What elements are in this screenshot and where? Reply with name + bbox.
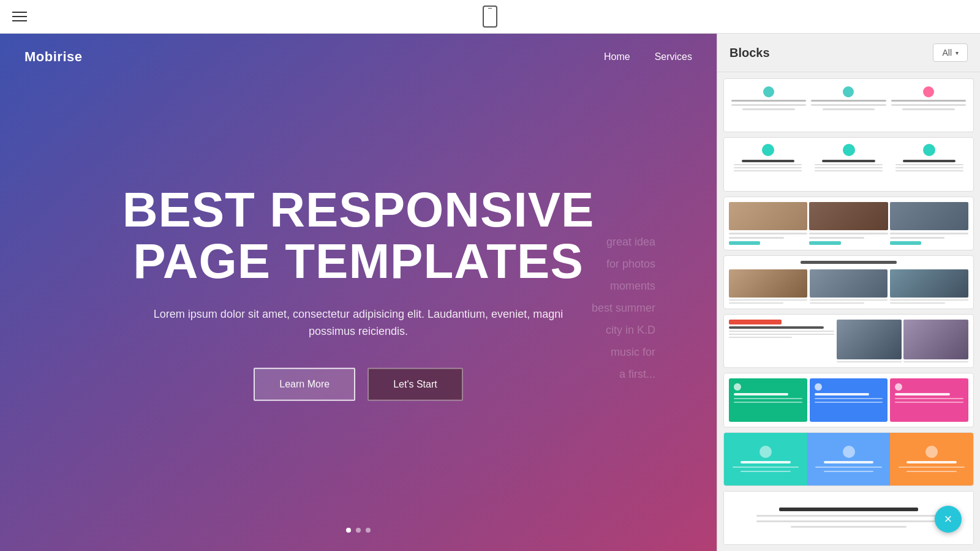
hero-buttons: Learn More Let's Start [83,368,634,401]
f2-line [895,167,963,168]
news-img-1 [837,320,902,359]
block-thumbnail-colored-boxes[interactable] [723,432,974,486]
text-line [731,100,806,102]
f2-title [742,160,795,162]
feature-icon-2 [843,86,854,97]
feature-col-2 [811,86,886,110]
news-img-col-2 [903,320,968,362]
f2-title [822,160,875,162]
f2-icon-2 [843,144,855,156]
promo-line [756,515,941,517]
box-icon [925,446,938,458]
carousel-dot-2[interactable] [356,528,361,533]
blog-text [729,302,783,304]
block-preview [724,197,973,250]
box-text [907,471,956,472]
promo-line [791,526,907,528]
text-line [811,104,886,106]
photo-item-1 [729,202,807,245]
svc-line [815,402,883,403]
blog-img-2 [810,269,888,298]
hero-subtitle: Lorem ipsum dolor sit amet, consectetur … [144,305,573,340]
learn-more-button[interactable]: Learn More [254,368,355,401]
news-badge [729,320,782,324]
news-line [729,337,792,338]
svc-col-blue [810,378,888,421]
f2-title [903,160,956,162]
svc-line [734,402,802,403]
svc-col-green [729,378,807,421]
carousel-dot-3[interactable] [366,528,371,533]
svc-line [815,398,883,399]
f2-line [815,170,883,171]
text-line [823,108,875,110]
text-line [891,104,966,106]
photo-item-2 [809,202,888,245]
box-text [824,471,873,472]
box-col-orange [890,433,973,485]
hamburger-menu[interactable] [12,12,27,21]
nav-services[interactable]: Services [655,51,692,62]
news-img-2 [903,320,968,359]
svc-line [895,402,963,403]
text-line [731,104,806,106]
hero-section: great ideafor photosmomentsbest summerci… [0,34,717,551]
lets-start-button[interactable]: Let's Start [368,368,463,401]
box-title [907,461,956,463]
photo-text [809,233,888,234]
f2-line [815,167,883,168]
blog-col-3 [890,269,968,304]
blocks-panel-header: Blocks All ▾ [717,34,980,72]
svc-icon [734,383,741,391]
f2-icon-1 [762,144,774,156]
photo-btn [890,241,921,245]
block-thumbnail-features-teal[interactable] [723,137,974,191]
photo-img-2 [809,202,888,230]
close-icon: × [944,511,952,527]
blog-col-2 [810,269,888,304]
nav-home[interactable]: Home [604,51,630,62]
block-thumbnail-blog-grid[interactable] [723,255,974,309]
block-thumbnail-colored-services[interactable] [723,373,974,427]
hamburger-line-2 [12,16,27,17]
hero-navbar: Mobirise Home Services [0,34,717,80]
block-thumbnail-news[interactable] [723,314,974,368]
blog-text [890,299,968,301]
blog-text [810,302,864,304]
box-icon [843,446,855,458]
svc-title [895,393,949,395]
text-line [811,100,886,102]
blocks-filter-button[interactable]: All ▾ [933,43,968,62]
text-line [891,100,966,102]
svc-col-pink [890,378,968,421]
box-text [733,467,799,468]
photo-btn [729,241,760,245]
block-preview [724,79,973,118]
box-text [899,467,965,468]
box-col-teal [724,433,807,485]
hero-title: BEST RESPONSIVE PAGE TEMPLATES [83,184,634,287]
block-thumbnail-features-icons[interactable] [723,78,974,132]
f2-line [734,167,802,168]
svc-line [895,398,963,399]
box-text [741,471,790,472]
svc-icon [815,383,822,391]
block-preview [724,138,973,190]
news-text [837,361,902,362]
f2-icon-3 [923,144,935,156]
photo-text [890,237,945,239]
canvas: great ideafor photosmomentsbest summerci… [0,34,717,551]
feature-icon-3 [923,86,934,97]
close-blocks-panel-button[interactable]: × [935,506,962,533]
f2-line [734,170,802,171]
carousel-dot-1[interactable] [346,528,351,533]
block-thumbnail-photo-grid[interactable] [723,197,974,250]
news-right [837,320,968,362]
blog-text [729,299,807,301]
photo-text [890,233,968,234]
feature-icon-1 [763,86,774,97]
news-left [729,320,834,362]
promo-title [779,508,918,511]
block-preview [724,373,973,426]
device-preview-toggle[interactable] [483,6,497,28]
